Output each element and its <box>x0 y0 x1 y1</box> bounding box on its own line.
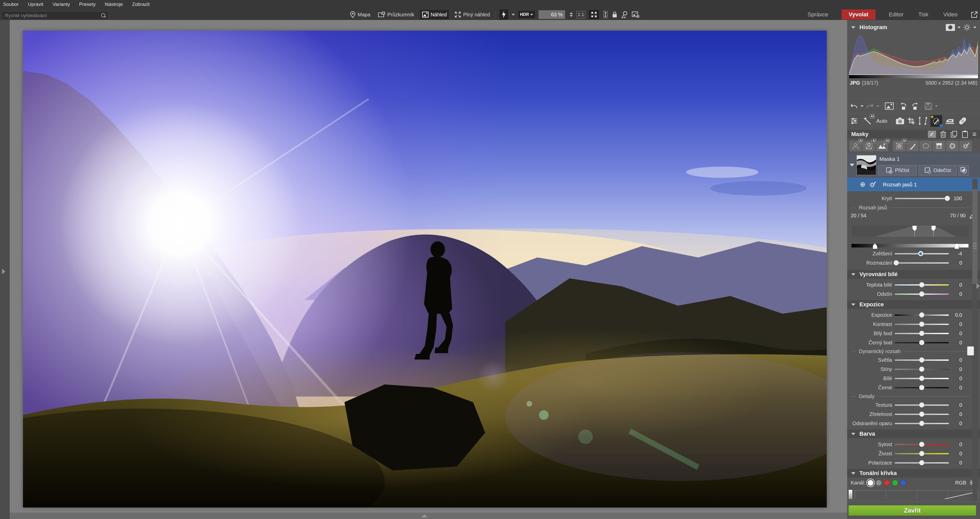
collapse-icon[interactable] <box>851 273 855 276</box>
camera-profile-icon[interactable] <box>896 117 904 125</box>
search-icon[interactable] <box>101 13 106 18</box>
histogram-settings-caret[interactable] <box>974 27 977 29</box>
brush-mask-button[interactable] <box>906 141 919 151</box>
mask-list-item[interactable]: Maska 1 Přičíst Odečíst <box>847 153 980 178</box>
slider-handle[interactable] <box>919 312 924 318</box>
channel-blue[interactable] <box>900 480 906 486</box>
overexposure-caret[interactable] <box>958 27 961 29</box>
slider-track[interactable] <box>895 453 949 454</box>
slider-handle[interactable] <box>919 340 924 345</box>
slider-track[interactable] <box>895 423 949 424</box>
save-options-caret[interactable] <box>935 105 938 107</box>
zoom-level-field[interactable]: 63 % <box>539 10 565 19</box>
mask-add-button[interactable]: Přičíst <box>878 165 916 176</box>
explorer-button[interactable]: Průzkumník <box>376 10 417 19</box>
collapse-icon[interactable] <box>851 472 855 474</box>
menu-upravit[interactable]: Upravit <box>28 1 43 8</box>
slider-track[interactable] <box>895 333 949 334</box>
flash-auto-button[interactable] <box>500 10 508 20</box>
module-tab-tisk[interactable]: Tisk <box>917 10 930 20</box>
straighten-tool-icon[interactable] <box>918 117 921 125</box>
slider-track[interactable] <box>895 462 949 463</box>
overexposure-toggle[interactable] <box>946 24 955 31</box>
module-tab-správce[interactable]: Správce <box>806 10 830 20</box>
fit-height-button[interactable] <box>603 11 608 18</box>
slider-handle[interactable] <box>919 282 924 287</box>
healing-tool-icon[interactable] <box>958 117 967 126</box>
module-tab-editor[interactable]: Editor <box>887 10 905 20</box>
slider-track[interactable] <box>895 387 949 388</box>
search-input[interactable] <box>2 13 101 18</box>
mask-thumbnail[interactable] <box>857 155 876 175</box>
slider-handle[interactable] <box>919 451 924 456</box>
compare-zoom-button[interactable] <box>621 11 628 18</box>
slider-handle[interactable] <box>919 367 924 372</box>
slider-handle[interactable] <box>919 358 924 363</box>
ai-portrait-mask-button[interactable]: AI <box>849 141 862 151</box>
channel-white[interactable] <box>868 480 873 486</box>
slider-track[interactable] <box>895 444 949 445</box>
undo-history-caret[interactable] <box>861 105 864 107</box>
slider-handle[interactable] <box>919 322 924 327</box>
hdr-button[interactable]: HDR <box>519 11 535 18</box>
mask-intersect-button[interactable] <box>958 165 969 176</box>
panel-scrollbar-thumb[interactable] <box>972 189 977 284</box>
basic-adjustments-icon[interactable] <box>850 117 858 125</box>
channel-red[interactable] <box>884 480 890 486</box>
luminance-range-widget[interactable] <box>851 225 969 248</box>
slider-handle[interactable] <box>919 412 924 417</box>
slider-handle[interactable] <box>919 376 924 381</box>
scrollbar-thumb-bright[interactable] <box>967 347 974 355</box>
local-adjustments-tool-icon[interactable]: ★ <box>931 115 942 127</box>
slider-track[interactable] <box>895 342 949 343</box>
rotate-right-button[interactable] <box>910 102 919 110</box>
ellipse-mask-button[interactable] <box>920 141 932 151</box>
close-develop-button[interactable]: Zavřít <box>848 505 976 516</box>
slider-track[interactable] <box>895 294 949 295</box>
menu-presety[interactable]: Presety <box>79 1 95 8</box>
masks-enabled-toggle[interactable]: ✓ <box>928 131 936 138</box>
luminance-mask-button[interactable] <box>959 141 972 151</box>
rotate-left-button[interactable] <box>899 102 908 110</box>
flash-dropdown-caret[interactable] <box>512 14 515 16</box>
save-button[interactable] <box>924 102 932 110</box>
fit-screen-button[interactable] <box>589 10 599 19</box>
section-header[interactable]: Vyrovnání bílé <box>847 270 980 279</box>
slider-handle[interactable] <box>919 291 924 297</box>
mask-subtract-button[interactable]: Odečíst <box>919 165 956 176</box>
expand-filmstrip-arrow[interactable] <box>421 514 428 517</box>
slider-track[interactable] <box>895 284 949 286</box>
opacity-slider[interactable] <box>895 198 949 199</box>
mask-collapse-arrow[interactable] <box>850 164 854 166</box>
ai-subject-mask-button[interactable]: AI <box>862 141 875 151</box>
collapse-icon[interactable] <box>851 26 855 29</box>
opacity-handle[interactable] <box>945 196 950 201</box>
gain-slider[interactable] <box>895 253 949 254</box>
masks-menu-icon[interactable]: ≡ <box>972 132 977 137</box>
radial-mask-button[interactable] <box>946 141 959 151</box>
masks-header[interactable]: Masky ✓ ≡ <box>847 130 980 139</box>
menu-zobrazit[interactable]: Zobrazit <box>132 1 150 8</box>
ai-sky-mask-button[interactable]: AI <box>876 141 888 151</box>
map-button[interactable]: Mapa <box>348 10 372 19</box>
slider-track[interactable] <box>895 369 949 370</box>
histogram-header[interactable]: Histogram <box>847 23 980 32</box>
lock-zoom-button[interactable] <box>612 11 617 18</box>
slider-track[interactable] <box>895 404 949 406</box>
redo-button[interactable] <box>866 102 874 110</box>
tone-curve-header[interactable]: Tonální křivka <box>847 469 980 477</box>
crop-tool-icon[interactable] <box>907 117 915 125</box>
slider-track[interactable] <box>895 378 949 379</box>
section-header[interactable]: Barva <box>847 430 980 438</box>
photo-preview[interactable] <box>23 31 827 508</box>
slider-handle[interactable] <box>919 421 924 426</box>
preview-button[interactable]: Náhled <box>420 10 449 19</box>
slider-handle[interactable] <box>919 442 924 447</box>
mask-adjustment-selected-row[interactable]: ⊕ Rozsah jasů 1 <box>847 178 980 191</box>
module-tab-video[interactable]: Video <box>942 10 959 20</box>
show-original-button[interactable] <box>885 102 894 110</box>
auto-label[interactable]: Auto <box>876 118 887 124</box>
slider-handle[interactable] <box>919 331 924 336</box>
slider-track[interactable] <box>895 324 949 325</box>
full-preview-button[interactable]: Plný náhled <box>452 10 492 19</box>
